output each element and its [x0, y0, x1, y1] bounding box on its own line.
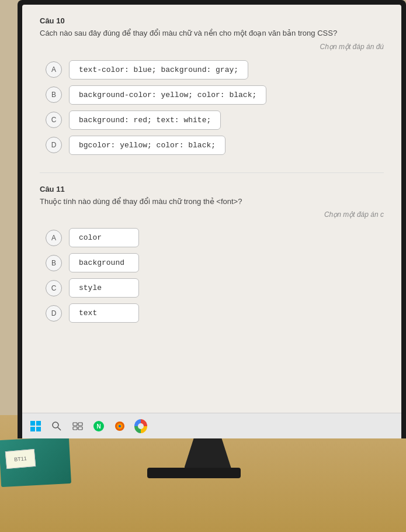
svg-rect-0 — [30, 421, 35, 426]
search-icon[interactable] — [50, 420, 63, 433]
svg-rect-2 — [30, 427, 35, 431]
taskbar: N — [22, 413, 401, 438]
option-10-c[interactable]: C background: red; text: white; — [46, 110, 384, 130]
svg-rect-3 — [36, 427, 41, 431]
option-11-a[interactable]: A color — [46, 228, 384, 247]
option-10-a[interactable]: A text-color: blue; background: gray; — [46, 60, 384, 80]
question-10-block: Câu 10 Cách nào sau đây đúng để thay đổi… — [40, 16, 384, 155]
option-10-b-box: background-color: yellow; color: black; — [69, 85, 266, 105]
svg-rect-8 — [73, 427, 77, 430]
monitor-outer: Câu 10 Cách nào sau đây đúng để thay đổi… — [18, 0, 406, 438]
option-11-d[interactable]: D text — [46, 303, 384, 323]
option-10-b[interactable]: B background-color: yellow; color: black… — [46, 85, 384, 105]
option-10-d-circle: D — [46, 137, 62, 153]
svg-line-5 — [58, 427, 61, 430]
divider — [40, 172, 384, 173]
content-area: Câu 10 Cách nào sau đây đúng để thay đổi… — [22, 5, 401, 413]
paper-label: BT11 — [5, 449, 36, 469]
option-10-a-box: text-color: blue; background: gray; — [69, 60, 248, 80]
question-11-instruction: Chọn một đáp án c — [40, 210, 384, 219]
option-11-b[interactable]: B background — [46, 253, 384, 272]
question-11-options: A color B background C style D text — [40, 228, 384, 323]
option-11-c-circle: C — [46, 280, 62, 296]
option-11-d-box: text — [69, 303, 139, 323]
svg-text:N: N — [96, 423, 100, 430]
svg-point-4 — [53, 422, 58, 428]
question-11-text: Thuộc tính nào dùng để thay đổi màu chữ … — [40, 196, 384, 208]
svg-point-14 — [119, 425, 121, 427]
question-11-block: Câu 11 Thuộc tính nào dùng để thay đổi m… — [40, 185, 384, 323]
svg-rect-1 — [36, 421, 41, 426]
option-10-c-circle: C — [46, 112, 62, 128]
option-10-d-box: bgcolor: yellow; color: black; — [69, 136, 225, 155]
option-10-b-circle: B — [46, 87, 62, 103]
question-10-instruction: Chọn một đáp án đú — [40, 43, 384, 51]
svg-rect-9 — [78, 427, 82, 430]
monitor-screen: Câu 10 Cách nào sau đây đúng để thay đổi… — [22, 5, 401, 438]
question-10-number: Câu 10 — [40, 16, 384, 25]
svg-rect-6 — [73, 423, 77, 426]
option-10-c-box: background: red; text: white; — [69, 110, 221, 130]
svg-rect-7 — [78, 423, 82, 426]
fox-icon[interactable] — [113, 420, 126, 433]
option-10-a-circle: A — [46, 61, 62, 78]
option-11-c-box: style — [69, 278, 139, 298]
option-11-d-circle: D — [46, 305, 62, 322]
option-10-d[interactable]: D bgcolor: yellow; color: black; — [46, 136, 384, 155]
taskview-icon[interactable] — [71, 420, 84, 433]
question-10-options: A text-color: blue; background: gray; B … — [40, 60, 384, 155]
option-11-c[interactable]: C style — [46, 278, 384, 298]
question-10-text: Cách nào sau đây đúng để thay đổi màu ch… — [40, 27, 384, 39]
option-11-b-circle: B — [46, 255, 62, 271]
option-11-a-box: color — [69, 228, 139, 247]
chrome-icon[interactable] — [134, 420, 147, 433]
windows-icon[interactable] — [29, 420, 42, 433]
option-11-b-box: background — [69, 253, 139, 272]
naver-icon[interactable]: N — [92, 420, 105, 433]
option-11-a-circle: A — [46, 230, 62, 246]
question-11-number: Câu 11 — [40, 185, 384, 194]
monitor-base — [147, 468, 241, 478]
